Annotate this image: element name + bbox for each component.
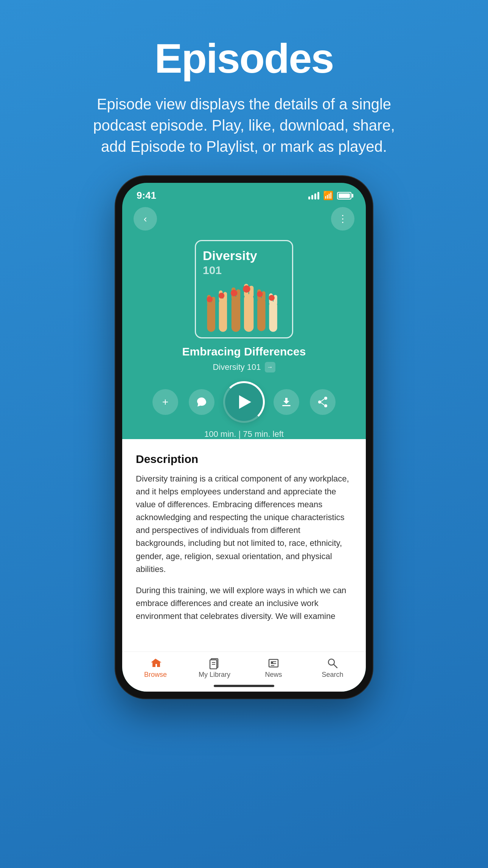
svg-point-3 bbox=[207, 296, 213, 302]
time-info: 100 min. | 75 min. left bbox=[122, 429, 366, 439]
description-section: Description Diversity training is a crit… bbox=[122, 439, 366, 651]
page-header: Episodes Episode view displays the detai… bbox=[89, 0, 399, 176]
podcast-name-row: Diversity 101 → bbox=[122, 362, 366, 372]
svg-point-26 bbox=[318, 400, 321, 404]
add-button[interactable]: + bbox=[152, 389, 178, 415]
svg-rect-6 bbox=[223, 292, 227, 303]
description-text: Diversity training is a critical compone… bbox=[136, 472, 352, 623]
album-number: 101 bbox=[203, 264, 222, 276]
podcast-name: Diversity 101 bbox=[213, 362, 261, 372]
tab-search-label: Search bbox=[322, 671, 343, 679]
svg-rect-4 bbox=[219, 299, 227, 332]
svg-rect-10 bbox=[236, 289, 241, 300]
tab-bar: Browse My Library bbox=[122, 651, 366, 682]
nav-row: ‹ ⋮ bbox=[122, 205, 366, 236]
status-bar: 9:41 📶 bbox=[122, 183, 366, 205]
episode-title: Embracing Differences bbox=[122, 345, 366, 358]
description-title: Description bbox=[136, 453, 352, 466]
tab-my-library-label: My Library bbox=[199, 671, 230, 679]
svg-point-23 bbox=[269, 295, 275, 301]
comment-button[interactable] bbox=[189, 389, 214, 415]
status-icons: 📶 bbox=[308, 191, 351, 201]
download-button[interactable] bbox=[274, 389, 299, 415]
search-icon bbox=[326, 657, 339, 669]
battery-icon bbox=[337, 192, 351, 199]
link-icon[interactable]: → bbox=[265, 362, 275, 372]
album-title: Diversity bbox=[203, 248, 257, 263]
phone-screen: 9:41 📶 ‹ ⋮ bbox=[122, 183, 366, 692]
status-time: 9:41 bbox=[137, 190, 156, 201]
tab-my-library[interactable]: My Library bbox=[196, 657, 233, 679]
svg-rect-8 bbox=[232, 297, 240, 332]
svg-rect-16 bbox=[257, 298, 265, 331]
action-row: + bbox=[122, 383, 366, 421]
signal-icon bbox=[308, 192, 319, 199]
phone-mockup: 9:41 📶 ‹ ⋮ bbox=[115, 176, 373, 698]
my-library-icon bbox=[208, 657, 221, 669]
svg-point-15 bbox=[243, 285, 250, 293]
tab-browse[interactable]: Browse bbox=[137, 657, 174, 679]
more-button[interactable]: ⋮ bbox=[331, 207, 354, 231]
wifi-icon: 📶 bbox=[323, 191, 333, 201]
album-art-wrapper: Diversity 101 bbox=[122, 236, 366, 345]
hands-illustration bbox=[202, 280, 286, 337]
tab-search[interactable]: Search bbox=[314, 657, 351, 679]
svg-rect-24 bbox=[282, 405, 291, 406]
page-subtitle: Episode view displays the details of a s… bbox=[89, 94, 399, 157]
svg-line-40 bbox=[334, 664, 337, 668]
svg-line-29 bbox=[321, 403, 324, 405]
album-art: Diversity 101 bbox=[195, 240, 293, 338]
tab-browse-label: Browse bbox=[144, 671, 167, 679]
phone-body: 9:41 📶 ‹ ⋮ bbox=[115, 176, 373, 698]
play-button[interactable] bbox=[225, 383, 263, 421]
svg-point-11 bbox=[231, 290, 238, 296]
svg-line-28 bbox=[321, 399, 324, 401]
svg-point-7 bbox=[219, 293, 225, 299]
tab-news-label: News bbox=[265, 671, 282, 679]
home-indicator bbox=[122, 682, 366, 692]
news-icon bbox=[267, 657, 280, 669]
share-button[interactable] bbox=[310, 389, 336, 415]
browse-icon bbox=[149, 657, 162, 669]
home-bar bbox=[214, 685, 274, 687]
tab-news[interactable]: News bbox=[255, 657, 292, 679]
svg-point-27 bbox=[324, 404, 327, 407]
page-title: Episodes bbox=[89, 34, 399, 82]
svg-rect-38 bbox=[271, 662, 273, 664]
svg-rect-20 bbox=[269, 301, 277, 332]
svg-point-25 bbox=[324, 397, 327, 400]
svg-rect-12 bbox=[244, 294, 253, 332]
back-button[interactable]: ‹ bbox=[134, 207, 157, 231]
svg-point-19 bbox=[257, 291, 263, 297]
